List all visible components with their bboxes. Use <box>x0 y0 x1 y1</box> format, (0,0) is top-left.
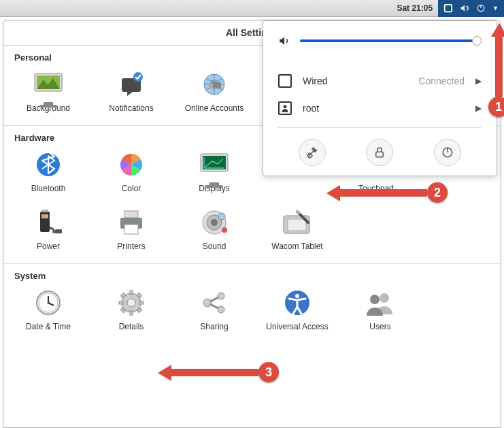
displays-icon <box>198 148 231 181</box>
item-users[interactable]: Users <box>346 286 414 333</box>
wired-icon <box>278 74 292 88</box>
bluetooth-icon <box>32 148 65 181</box>
clock-icon <box>32 286 65 319</box>
users-icon <box>364 286 397 319</box>
wacom-icon <box>281 206 314 239</box>
svg-rect-31 <box>288 219 306 231</box>
item-background[interactable]: Background <box>14 68 82 114</box>
power-icon <box>476 3 486 13</box>
chevron-right-icon: ▶ <box>475 103 482 113</box>
lock-button[interactable] <box>366 139 393 166</box>
svg-point-56 <box>380 293 389 303</box>
svg-point-50 <box>218 293 224 299</box>
svg-point-55 <box>295 294 299 298</box>
svg-rect-20 <box>55 229 62 233</box>
dropdown-caret-icon: ▼ <box>492 5 499 12</box>
item-sound[interactable]: Sound <box>180 206 248 252</box>
volume-menu-icon <box>278 35 290 47</box>
svg-point-57 <box>370 295 380 304</box>
svg-point-49 <box>203 299 212 307</box>
item-notifications[interactable]: Notifications <box>97 68 165 114</box>
online-accounts-icon <box>198 68 231 101</box>
svg-rect-42 <box>130 311 133 315</box>
panel-clock: Sat 21:05 <box>397 3 433 13</box>
background-icon <box>32 68 65 101</box>
item-universal-access[interactable]: Universal Access <box>263 286 331 333</box>
network-row[interactable]: Wired Connected ▶ <box>278 67 482 95</box>
top-panel: Sat 21:05 ▼ <box>0 0 504 17</box>
svg-point-51 <box>218 306 224 313</box>
volume-slider[interactable] <box>300 39 482 42</box>
status-menu: Wired Connected ▶ root ▶ <box>263 20 497 176</box>
wrench-icon <box>305 146 319 159</box>
item-bluetooth[interactable]: Bluetooth <box>14 148 82 195</box>
svg-point-29 <box>222 227 227 233</box>
lock-icon <box>373 146 386 159</box>
svg-point-24 <box>138 219 141 222</box>
screen-icon <box>443 3 453 13</box>
item-date-time[interactable]: Date & Time <box>14 286 82 333</box>
volume-row <box>278 35 482 47</box>
item-details[interactable]: Details <box>97 286 165 333</box>
sound-icon <box>198 206 231 239</box>
svg-rect-0 <box>445 5 452 12</box>
power-off-button[interactable] <box>434 139 461 166</box>
accessibility-icon <box>281 286 314 319</box>
svg-point-58 <box>284 105 287 108</box>
svg-point-40 <box>127 299 135 307</box>
svg-rect-18 <box>41 210 48 212</box>
power-settings-icon <box>32 206 65 239</box>
item-color[interactable]: Color <box>97 148 165 195</box>
printers-icon <box>115 206 148 239</box>
item-printers[interactable]: Printers <box>97 206 165 252</box>
svg-line-33 <box>297 212 299 213</box>
svg-rect-44 <box>139 301 144 304</box>
svg-rect-41 <box>130 291 133 295</box>
svg-rect-19 <box>41 214 48 218</box>
item-online-accounts[interactable]: Online Accounts <box>180 68 248 114</box>
svg-rect-43 <box>119 301 123 304</box>
user-row[interactable]: root ▶ <box>278 95 482 122</box>
svg-point-38 <box>48 301 50 303</box>
svg-point-28 <box>218 213 225 220</box>
color-icon <box>115 148 148 181</box>
user-icon <box>278 101 292 115</box>
volume-icon <box>460 3 469 13</box>
item-power[interactable]: Power <box>14 206 82 252</box>
notifications-icon <box>115 68 148 101</box>
svg-rect-23 <box>124 225 138 234</box>
svg-line-52 <box>210 297 218 301</box>
section-heading-system: System <box>14 271 490 281</box>
sharing-icon <box>198 286 231 319</box>
svg-rect-11 <box>209 83 213 88</box>
item-displays[interactable]: Displays <box>180 148 248 195</box>
chevron-right-icon: ▶ <box>475 76 482 86</box>
item-wacom[interactable]: Wacom Tablet <box>263 206 331 252</box>
section-system: System Date & Time Details Sharing <box>3 263 501 344</box>
status-area[interactable]: ▼ <box>438 0 504 17</box>
svg-line-53 <box>210 304 218 308</box>
svg-rect-59 <box>376 152 384 157</box>
svg-marker-7 <box>127 92 133 96</box>
details-gear-icon <box>115 286 148 319</box>
power-off-icon <box>441 146 454 159</box>
svg-point-27 <box>211 219 218 226</box>
settings-button[interactable] <box>299 139 326 166</box>
menu-divider <box>278 127 482 128</box>
item-sharing[interactable]: Sharing <box>180 286 248 333</box>
svg-rect-21 <box>124 211 138 218</box>
svg-point-8 <box>133 72 143 82</box>
